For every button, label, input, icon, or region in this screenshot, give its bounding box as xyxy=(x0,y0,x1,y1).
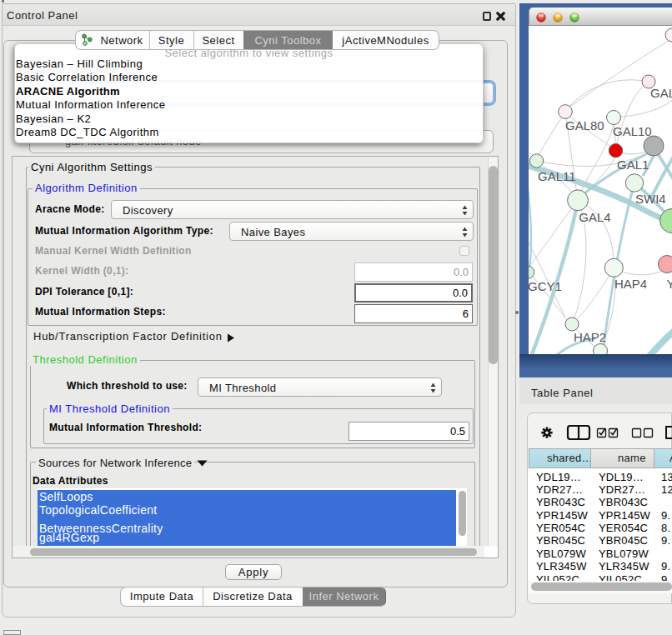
svg-text:GAL4: GAL4 xyxy=(579,210,610,224)
svg-text:GAL80: GAL80 xyxy=(565,118,604,132)
svg-text:GAL10: GAL10 xyxy=(613,124,652,138)
svg-text:Y: Y xyxy=(667,277,672,291)
svg-text:GCY1: GCY1 xyxy=(529,279,562,293)
svg-text:GAL1: GAL1 xyxy=(617,158,649,172)
svg-text:GAL7: GAL7 xyxy=(650,86,672,100)
svg-text:SWI4: SWI4 xyxy=(635,192,666,206)
svg-text:HAP4: HAP4 xyxy=(614,277,647,291)
svg-text:HAP2: HAP2 xyxy=(574,330,606,344)
svg-text:GAL11: GAL11 xyxy=(538,169,576,183)
